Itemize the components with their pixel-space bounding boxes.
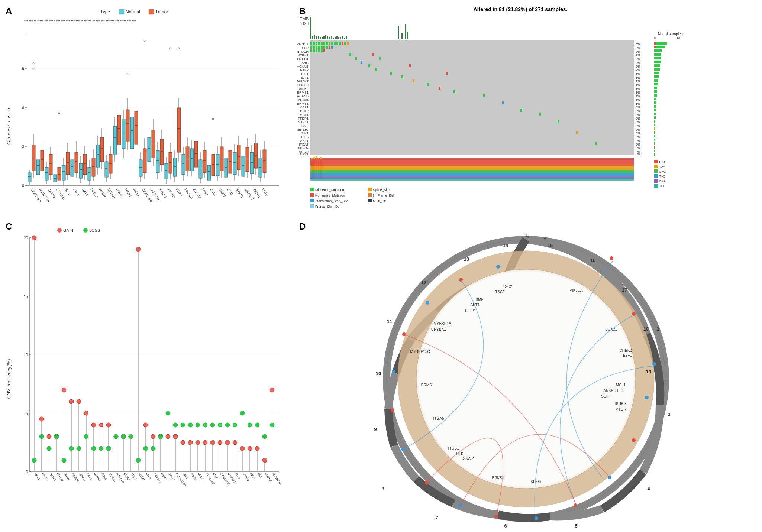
svg-text:STK11: STK11 <box>235 188 244 198</box>
svg-text:TFDP1: TFDP1 <box>464 309 476 313</box>
svg-text:E2F1: E2F1 <box>145 472 152 480</box>
svg-text:14: 14 <box>503 243 508 248</box>
svg-rect-241 <box>254 143 258 168</box>
svg-text:CAV1: CAV1 <box>85 472 93 480</box>
svg-text:2%: 2% <box>636 65 640 68</box>
svg-rect-100 <box>109 154 112 173</box>
svg-rect-513 <box>368 199 372 202</box>
svg-rect-391 <box>321 46 323 49</box>
svg-text:13: 13 <box>464 256 469 262</box>
svg-point-544 <box>39 434 44 439</box>
svg-rect-449 <box>310 166 634 170</box>
svg-rect-451 <box>310 173 634 177</box>
svg-text:15: 15 <box>24 295 28 299</box>
svg-text:SNAI2: SNAI2 <box>463 457 474 461</box>
svg-point-699 <box>610 256 613 260</box>
svg-text:T>A: T>A <box>659 165 665 169</box>
svg-text:IKBKG: IKBKG <box>298 146 309 150</box>
svg-rect-373 <box>313 42 315 45</box>
svg-text:16: 16 <box>590 257 595 263</box>
svg-text:Translation_Start_Site: Translation_Start_Site <box>315 199 348 203</box>
svg-text:2%: 2% <box>636 50 640 53</box>
svg-text:STK11: STK11 <box>298 120 309 124</box>
svg-point-120 <box>127 74 128 75</box>
svg-point-588 <box>151 434 155 439</box>
svg-point-562 <box>84 434 88 439</box>
svg-point-604 <box>188 423 193 427</box>
svg-point-583 <box>136 458 141 463</box>
svg-rect-184 <box>194 141 198 167</box>
svg-rect-389 <box>316 46 317 49</box>
svg-text:CAV1: CAV1 <box>300 152 309 156</box>
svg-point-615 <box>218 440 222 445</box>
svg-rect-466 <box>654 64 660 67</box>
svg-text:CHEK2: CHEK2 <box>620 348 632 353</box>
svg-rect-225 <box>237 145 240 170</box>
svg-rect-408 <box>409 64 411 67</box>
svg-rect-60 <box>66 152 70 175</box>
svg-text:E2F1: E2F1 <box>72 188 80 196</box>
svg-rect-405 <box>379 57 381 60</box>
svg-rect-401 <box>323 49 325 52</box>
svg-text:PTRH2: PTRH2 <box>167 188 176 199</box>
svg-rect-76 <box>83 154 87 175</box>
svg-rect-388 <box>313 46 315 49</box>
svg-rect-172 <box>182 154 185 175</box>
svg-text:DAPK2: DAPK2 <box>90 188 99 199</box>
svg-rect-468 <box>654 72 659 74</box>
svg-point-536 <box>83 228 88 233</box>
svg-text:4: 4 <box>647 486 650 492</box>
svg-text:TLE1: TLE1 <box>300 72 309 76</box>
svg-rect-96 <box>105 162 108 177</box>
svg-rect-403 <box>372 53 374 56</box>
svg-point-619 <box>225 423 230 427</box>
svg-rect-460 <box>654 46 665 48</box>
svg-rect-286 <box>312 36 313 39</box>
svg-rect-125 <box>135 111 138 144</box>
svg-rect-133 <box>143 149 146 173</box>
svg-rect-472 <box>654 87 657 89</box>
svg-text:BMF: BMF <box>212 472 218 479</box>
svg-rect-200 <box>212 154 215 176</box>
svg-text:PTK2: PTK2 <box>300 68 309 72</box>
svg-rect-305 <box>398 26 399 39</box>
svg-rect-476 <box>654 101 656 104</box>
svg-text:ITGB1: ITGB1 <box>124 188 132 198</box>
svg-text:10: 10 <box>24 353 28 357</box>
svg-rect-410 <box>390 72 392 75</box>
svg-rect-478 <box>654 109 656 111</box>
svg-rect-422 <box>576 131 578 134</box>
svg-rect-483 <box>654 127 655 130</box>
svg-text:MITOCH: MITOCH <box>297 50 309 53</box>
svg-point-568 <box>99 446 103 451</box>
svg-rect-394 <box>329 46 330 49</box>
svg-rect-489 <box>654 150 655 152</box>
svg-text:3: 3 <box>22 145 24 149</box>
svg-rect-459 <box>654 42 656 45</box>
svg-text:LOSS: LOSS <box>89 228 100 233</box>
svg-rect-129 <box>139 160 142 176</box>
svg-text:ITGA5: ITGA5 <box>299 143 309 146</box>
svg-text:BCL2: BCL2 <box>197 472 204 480</box>
svg-text:A: A <box>6 6 12 16</box>
svg-rect-415 <box>439 87 440 90</box>
svg-rect-121 <box>130 117 134 149</box>
svg-rect-396 <box>310 49 312 52</box>
svg-rect-384 <box>342 42 343 45</box>
svg-text:MYBBP1A: MYBBP1A <box>271 472 282 486</box>
svg-rect-390 <box>318 46 320 49</box>
svg-text:TSC2: TSC2 <box>300 46 309 50</box>
svg-rect-221 <box>233 152 236 175</box>
svg-rect-3 <box>149 9 154 14</box>
svg-text:0%: 0% <box>636 132 640 135</box>
svg-rect-39 <box>45 167 48 180</box>
svg-text:10: 10 <box>376 371 381 376</box>
svg-text:C: C <box>6 221 12 231</box>
svg-rect-380 <box>331 42 333 45</box>
svg-text:Normal: Normal <box>126 9 140 14</box>
svg-text:BMF: BMF <box>475 298 483 302</box>
svg-rect-112 <box>122 119 125 149</box>
svg-rect-292 <box>323 36 325 39</box>
svg-point-627 <box>248 446 252 451</box>
svg-point-597 <box>173 434 178 439</box>
